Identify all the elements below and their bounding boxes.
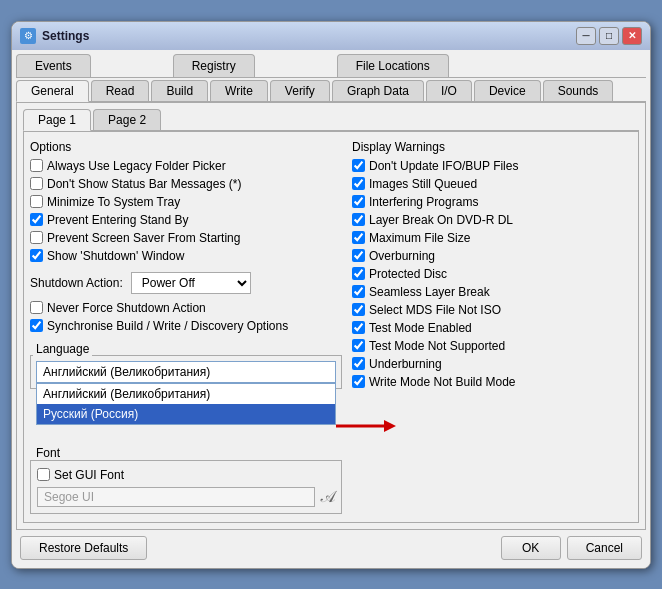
arrow-indicator <box>336 416 396 436</box>
dw-protected-disc-input[interactable] <box>352 267 365 280</box>
svg-marker-1 <box>384 420 396 432</box>
cancel-button[interactable]: Cancel <box>567 536 642 560</box>
dw-protected-disc: Protected Disc <box>352 266 632 282</box>
language-group-label: Language <box>33 342 92 356</box>
title-controls: ─ □ ✕ <box>576 27 642 45</box>
window-icon: ⚙ <box>20 28 36 44</box>
cb-legacy-folder-input[interactable] <box>30 159 43 172</box>
tab-device[interactable]: Device <box>474 80 541 101</box>
dw-write-mode-label: Write Mode Not Build Mode <box>369 375 516 389</box>
dw-test-mode-enabled-input[interactable] <box>352 321 365 334</box>
cb-status-bar: Don't Show Status Bar Messages (*) <box>30 176 342 192</box>
tab-graph-data[interactable]: Graph Data <box>332 80 424 101</box>
cb-synchronise-label: Synchronise Build / Write / Discovery Op… <box>47 319 288 333</box>
cb-never-force-input[interactable] <box>30 301 43 314</box>
restore-defaults-button[interactable]: Restore Defaults <box>20 536 147 560</box>
close-button[interactable]: ✕ <box>622 27 642 45</box>
minimize-button[interactable]: ─ <box>576 27 596 45</box>
dw-layer-break-input[interactable] <box>352 213 365 226</box>
cb-set-gui-font-input[interactable] <box>37 468 50 481</box>
options-label: Options <box>30 140 342 154</box>
cb-legacy-folder: Always Use Legacy Folder Picker <box>30 158 342 174</box>
cb-prevent-standby-input[interactable] <box>30 213 43 226</box>
dw-layer-break: Layer Break On DVD-R DL <box>352 212 632 228</box>
dw-test-mode-enabled-label: Test Mode Enabled <box>369 321 472 335</box>
tab-general[interactable]: General <box>16 80 89 102</box>
dw-test-mode-not-supported-input[interactable] <box>352 339 365 352</box>
main-panel: Page 1 Page 2 Options Always Use Legacy … <box>16 102 646 530</box>
cb-status-bar-label: Don't Show Status Bar Messages (*) <box>47 177 241 191</box>
cb-synchronise: Synchronise Build / Write / Discovery Op… <box>30 318 342 334</box>
dw-images-queued-input[interactable] <box>352 177 365 190</box>
dw-interfering-input[interactable] <box>352 195 365 208</box>
cb-screensaver-input[interactable] <box>30 231 43 244</box>
dw-write-mode-input[interactable] <box>352 375 365 388</box>
font-input-row: 𝒜 <box>37 487 335 507</box>
dw-max-file-size-input[interactable] <box>352 231 365 244</box>
page-tab-1[interactable]: Page 1 <box>23 109 91 131</box>
display-warnings-label: Display Warnings <box>352 140 632 154</box>
dw-overburning: Overburning <box>352 248 632 264</box>
dw-test-mode-enabled: Test Mode Enabled <box>352 320 632 336</box>
dropdown-item-russian[interactable]: Русский (Россия) <box>37 404 335 424</box>
font-type-icon: 𝒜 <box>321 488 335 506</box>
ok-button[interactable]: OK <box>501 536 561 560</box>
inner-panel: Options Always Use Legacy Folder Picker … <box>23 131 639 523</box>
dw-underburning-input[interactable] <box>352 357 365 370</box>
dw-seamless-layer-input[interactable] <box>352 285 365 298</box>
page-tab-2[interactable]: Page 2 <box>93 109 161 130</box>
content-area: Events Registry File Locations General R… <box>12 50 650 568</box>
cb-minimize: Minimize To System Tray <box>30 194 342 210</box>
left-column: Options Always Use Legacy Folder Picker … <box>30 140 342 514</box>
tab-file-locations[interactable]: File Locations <box>337 54 449 77</box>
dw-underburning: Underburning <box>352 356 632 372</box>
bottom-bar: Restore Defaults OK Cancel <box>16 530 646 564</box>
dw-interfering: Interfering Programs <box>352 194 632 210</box>
dw-protected-disc-label: Protected Disc <box>369 267 447 281</box>
shutdown-action-label: Shutdown Action: <box>30 276 123 290</box>
title-bar-left: ⚙ Settings <box>20 28 89 44</box>
page-tab-row: Page 1 Page 2 <box>23 109 639 131</box>
maximize-button[interactable]: □ <box>599 27 619 45</box>
dw-ifo-bup-label: Don't Update IFO/BUP Files <box>369 159 518 173</box>
dropdown-item-english[interactable]: Английский (Великобритания) <box>37 384 335 404</box>
dw-write-mode: Write Mode Not Build Mode <box>352 374 632 390</box>
dw-test-mode-not-supported-label: Test Mode Not Supported <box>369 339 505 353</box>
tab-sounds[interactable]: Sounds <box>543 80 614 101</box>
dw-max-file-size-label: Maximum File Size <box>369 231 470 245</box>
dw-seamless-layer: Seamless Layer Break <box>352 284 632 300</box>
cb-synchronise-input[interactable] <box>30 319 43 332</box>
dw-overburning-input[interactable] <box>352 249 365 262</box>
cb-screensaver-label: Prevent Screen Saver From Starting <box>47 231 240 245</box>
dw-ifo-bup-input[interactable] <box>352 159 365 172</box>
font-section: Font Set GUI Font 𝒜 <box>30 446 342 514</box>
tab-build[interactable]: Build <box>151 80 208 101</box>
font-name-input[interactable] <box>37 487 315 507</box>
title-bar: ⚙ Settings ─ □ ✕ <box>12 22 650 50</box>
dw-seamless-layer-label: Seamless Layer Break <box>369 285 490 299</box>
tab-io[interactable]: I/O <box>426 80 472 101</box>
tab-read[interactable]: Read <box>91 80 150 101</box>
settings-window: ⚙ Settings ─ □ ✕ Events Registry File Lo… <box>11 21 651 569</box>
red-arrow-svg <box>336 416 396 436</box>
shutdown-action-row: Shutdown Action: Power Off Restart Hiber… <box>30 272 342 294</box>
cb-status-bar-input[interactable] <box>30 177 43 190</box>
dw-layer-break-label: Layer Break On DVD-R DL <box>369 213 513 227</box>
ok-cancel-buttons: OK Cancel <box>501 536 642 560</box>
two-column-layout: Options Always Use Legacy Folder Picker … <box>30 140 632 514</box>
tab-registry[interactable]: Registry <box>173 54 255 77</box>
dw-underburning-label: Underburning <box>369 357 442 371</box>
dw-mds-file: Select MDS File Not ISO <box>352 302 632 318</box>
cb-minimize-input[interactable] <box>30 195 43 208</box>
dw-mds-file-input[interactable] <box>352 303 365 316</box>
tab-verify[interactable]: Verify <box>270 80 330 101</box>
tab-events[interactable]: Events <box>16 54 91 77</box>
cb-shutdown-window-input[interactable] <box>30 249 43 262</box>
shutdown-action-select[interactable]: Power Off Restart Hibernate None <box>131 272 251 294</box>
language-select[interactable]: Английский (Великобритания) Русский (Рос… <box>36 361 336 383</box>
tab-write[interactable]: Write <box>210 80 268 101</box>
font-group-label: Font <box>33 446 63 460</box>
cb-never-force: Never Force Shutdown Action <box>30 300 342 316</box>
dw-images-queued: Images Still Queued <box>352 176 632 192</box>
dw-mds-file-label: Select MDS File Not ISO <box>369 303 501 317</box>
